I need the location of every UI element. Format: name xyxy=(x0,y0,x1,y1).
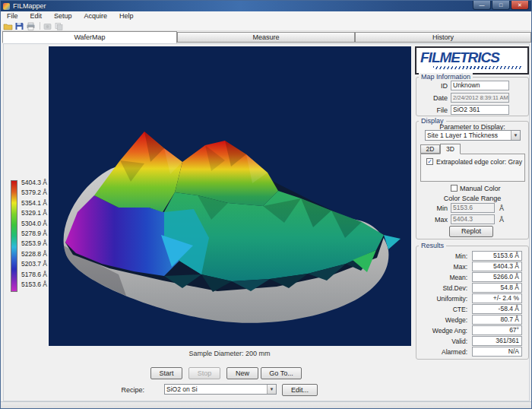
menu-file[interactable]: File xyxy=(1,11,24,21)
result-label: Valid: xyxy=(419,338,467,345)
goto-button[interactable]: Go To... xyxy=(261,367,302,379)
file-label: File xyxy=(417,106,448,114)
wafermap-page: 5404.3 Å 5379.2 Å 5354.1 Å 5329.1 Å 5304… xyxy=(1,43,532,409)
tab-2d[interactable]: 2D xyxy=(420,144,440,154)
result-label: Wedge Ang: xyxy=(419,327,467,334)
wafer-3d-surface xyxy=(49,46,412,346)
id-label: ID xyxy=(417,82,448,90)
app-icon xyxy=(3,3,10,10)
result-value: -58.4 Å xyxy=(472,304,522,314)
date-field: 2/24/2012 8:39:11 AM xyxy=(451,93,509,103)
result-value: 5153.6 Å xyxy=(472,251,522,261)
start-button[interactable]: Start xyxy=(150,367,182,379)
tab-strip: WaferMap Measure History xyxy=(1,31,532,43)
save-icon[interactable] xyxy=(14,22,24,30)
result-value: 5404.3 Å xyxy=(472,262,522,271)
menu-bar: File Edit Setup Acquire Help xyxy=(1,11,532,21)
min-unit: Å xyxy=(499,204,508,212)
result-value: 361/361 xyxy=(472,336,522,346)
result-label: Std.Dev: xyxy=(419,284,467,292)
recipe-select[interactable]: SiO2 on Si ▼ xyxy=(164,384,277,395)
tab-measure[interactable]: Measure xyxy=(177,32,355,43)
parameter-value: Site 1 Layer 1 Thickness xyxy=(427,132,498,139)
max-unit: Å xyxy=(499,216,508,224)
sample-diameter-caption: Sample Diameter: 200 mm xyxy=(48,350,411,357)
edit-recipe-button[interactable]: Edit... xyxy=(282,384,318,396)
result-value: 67° xyxy=(472,325,522,335)
file-field[interactable]: SiO2 361 xyxy=(451,105,509,115)
logo-hatch-pattern xyxy=(433,66,521,69)
snapshot-icon-disabled xyxy=(43,22,52,30)
extrapolated-edge-checkbox[interactable]: ✓ xyxy=(426,158,433,165)
tab-history[interactable]: History xyxy=(355,32,531,43)
tab-wafermap[interactable]: WaferMap xyxy=(2,31,177,43)
result-label: Alarmed: xyxy=(419,348,467,356)
max-label: Max xyxy=(426,216,448,224)
window-bottom-frame xyxy=(1,401,532,409)
result-value: +/- 2.4 % xyxy=(472,293,522,303)
chevron-down-icon[interactable]: ▼ xyxy=(511,131,520,140)
min-field: 5153.6 xyxy=(451,203,495,213)
toolbar-separator xyxy=(40,22,40,30)
recipe-value: SiO2 on Si xyxy=(166,385,198,393)
minimize-button[interactable]: — xyxy=(473,1,491,10)
result-label: Uniformity: xyxy=(419,295,467,303)
extrapolated-edge-label: Extrapolated edge color: Gray xyxy=(436,158,522,166)
menu-acquire[interactable]: Acquire xyxy=(78,11,114,21)
result-label: CTE: xyxy=(419,306,467,313)
menu-setup[interactable]: Setup xyxy=(48,11,78,21)
maximize-button[interactable]: □ xyxy=(492,1,510,10)
recipe-label: Recipe: xyxy=(117,386,144,394)
manual-color-checkbox[interactable] xyxy=(451,185,458,192)
chevron-down-icon[interactable]: ▼ xyxy=(267,385,276,394)
id-field[interactable]: Unknown xyxy=(451,81,509,90)
date-label: Date xyxy=(417,94,448,102)
result-value: 80.7 Å xyxy=(472,315,522,325)
result-label: Mean: xyxy=(419,274,467,281)
result-label: Min: xyxy=(419,252,467,260)
max-field: 5404.3 xyxy=(451,214,495,224)
open-folder-icon[interactable] xyxy=(3,22,13,30)
manual-color-label: Manual Color xyxy=(460,185,501,192)
logo-text: FILMETRICS xyxy=(416,48,527,66)
title-bar: FILMapper xyxy=(1,1,532,11)
print-icon[interactable] xyxy=(26,22,36,30)
result-value: N/A xyxy=(472,347,522,357)
wafer-3d-plot[interactable] xyxy=(48,46,411,346)
replot-button[interactable]: Replot xyxy=(449,226,493,237)
filmetrics-logo: FILMETRICS xyxy=(415,46,529,75)
result-label: Wedge: xyxy=(419,316,467,324)
menu-help[interactable]: Help xyxy=(113,11,140,21)
filmapper-window: FILMapper — □ ✕ File Edit Setup Acquire … xyxy=(0,0,532,409)
color-scale-bar xyxy=(11,180,17,292)
toolbar xyxy=(1,21,532,31)
tab-3d[interactable]: 3D xyxy=(440,144,461,154)
color-scale-range-label: Color Scale Range xyxy=(416,195,529,202)
stop-button: Stop xyxy=(188,367,220,379)
parameter-select[interactable]: Site 1 Layer 1 Thickness ▼ xyxy=(425,130,521,141)
result-value: 54.8 Å xyxy=(472,283,522,293)
min-label: Min xyxy=(426,204,448,212)
menu-edit[interactable]: Edit xyxy=(24,11,49,21)
results-title: Results xyxy=(419,242,446,249)
window-title: FILMapper xyxy=(13,2,46,10)
map-information-title: Map Information xyxy=(419,73,473,81)
new-button[interactable]: New xyxy=(226,367,258,379)
close-button[interactable]: ✕ xyxy=(511,1,529,10)
result-value: 5266.0 Å xyxy=(472,272,522,282)
copy-icon-disabled xyxy=(54,22,64,30)
result-label: Max: xyxy=(419,263,467,271)
